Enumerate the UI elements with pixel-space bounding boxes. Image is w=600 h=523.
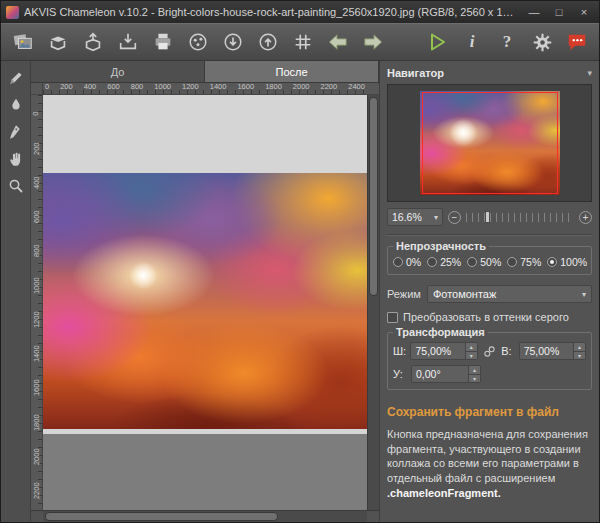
horizontal-scroll-thumb[interactable] (45, 512, 278, 521)
maximize-button[interactable]: □ (549, 4, 569, 20)
opacity-option-0[interactable]: 0% (393, 256, 421, 268)
undo-button[interactable] (323, 27, 353, 57)
spin-down-icon[interactable]: ▾ (574, 352, 585, 360)
radio-icon (427, 257, 437, 267)
print-button[interactable] (148, 27, 178, 57)
spin-down-icon[interactable]: ▾ (466, 352, 477, 360)
pen-tool-button[interactable] (4, 120, 28, 144)
grayscale-row[interactable]: Преобразовать в оттенки серого (387, 311, 592, 323)
spin-up-icon[interactable]: ▴ (574, 343, 585, 352)
main-toolbar: i ? (1, 23, 599, 61)
transformation-rows: Ш: 75,00% ▴▾ В: 75,00% ▴▾ (393, 342, 586, 383)
width-spin-buttons[interactable]: ▴▾ (465, 343, 477, 359)
brush-tool-button[interactable] (4, 66, 28, 90)
navigator-view-frame[interactable] (422, 92, 558, 194)
import-tray-icon (117, 31, 139, 53)
save-button[interactable] (78, 27, 108, 57)
canvas-column: До После 0200400600800100012001400160018… (31, 61, 379, 522)
horizontal-scrollbar[interactable] (43, 511, 367, 522)
navigator-collapse-icon[interactable]: ▾ (587, 68, 592, 78)
zoom-dropdown-arrow-icon: ▾ (434, 213, 438, 222)
spin-down-icon[interactable]: ▾ (469, 375, 480, 383)
hint-text: Кнопка предназначена для сохранения фраг… (387, 427, 592, 500)
feedback-button[interactable] (562, 27, 592, 57)
mode-label: Режим (387, 288, 421, 300)
radio-icon (507, 257, 517, 267)
hand-tool-button[interactable] (4, 147, 28, 171)
tab-after[interactable]: После (205, 61, 379, 82)
width-spinner[interactable]: 75,00% ▴▾ (410, 342, 477, 360)
back-arrow-icon (326, 31, 350, 53)
load-fragment-button[interactable] (218, 27, 248, 57)
grayscale-checkbox[interactable] (387, 312, 398, 323)
pen-icon (7, 123, 25, 141)
spin-up-icon[interactable]: ▴ (466, 343, 477, 352)
angle-spinner[interactable]: 0,00° ▴▾ (411, 365, 481, 383)
zoom-value: 16.6% (392, 211, 422, 223)
opacity-option-75[interactable]: 75% (507, 256, 541, 268)
tools-panel (1, 61, 31, 522)
share-button[interactable] (183, 27, 213, 57)
info-button[interactable]: i (457, 27, 487, 57)
import-button[interactable] (113, 27, 143, 57)
magnifier-icon (7, 177, 25, 195)
zoom-slider[interactable] (466, 211, 574, 223)
app-window: AKVIS Chameleon v.10.2 - Bright-colors-h… (0, 0, 600, 523)
height-spin-buttons[interactable]: ▴▾ (573, 343, 585, 359)
zoom-dropdown[interactable]: 16.6% ▾ (387, 208, 443, 226)
angle-spin-buttons[interactable]: ▴▾ (468, 366, 480, 382)
settings-button[interactable] (527, 27, 557, 57)
opacity-option-50[interactable]: 50% (467, 256, 501, 268)
radio-label: 50% (480, 256, 501, 268)
image-viewport[interactable] (43, 95, 367, 510)
grid-icon (292, 31, 314, 53)
height-label: В: (501, 345, 514, 357)
radio-label: 25% (440, 256, 461, 268)
save-fragment-button[interactable] (253, 27, 283, 57)
grid-button[interactable] (288, 27, 318, 57)
spin-up-icon[interactable]: ▴ (469, 366, 480, 375)
run-button[interactable] (422, 27, 452, 57)
result-image[interactable] (43, 173, 367, 429)
radio-label: 0% (406, 256, 421, 268)
opacity-option-25[interactable]: 25% (427, 256, 461, 268)
window-title: AKVIS Chameleon v.10.2 - Bright-colors-h… (24, 6, 519, 18)
height-spinner[interactable]: 75,00% ▴▾ (519, 342, 586, 360)
hand-icon (7, 150, 25, 168)
opacity-option-100[interactable]: 100% (547, 256, 587, 268)
zoom-out-button[interactable]: − (448, 211, 461, 224)
open-button[interactable] (43, 27, 73, 57)
drop-tool-button[interactable] (4, 93, 28, 117)
opacity-label: Непрозрачность (393, 240, 489, 252)
app-icon (6, 6, 19, 19)
vertical-scrollbar[interactable] (367, 95, 379, 510)
photos-stack-icon (11, 31, 35, 53)
app-logo (8, 27, 38, 57)
link-proportions-button[interactable] (482, 345, 497, 358)
panel-separator (387, 234, 592, 236)
navigator-thumbnail[interactable] (420, 91, 560, 195)
zoom-tool-button[interactable] (4, 174, 28, 198)
mode-dropdown[interactable]: Фотомонтаж ▾ (427, 285, 592, 303)
mode-value: Фотомонтаж (433, 288, 496, 300)
ruler-top: 0200400600800100012001400160018002000220… (43, 83, 367, 95)
mode-dropdown-arrow-icon: ▾ (582, 290, 586, 299)
zoom-in-button[interactable]: + (579, 211, 592, 224)
brush-icon (7, 69, 25, 87)
mode-row: Режим Фотомонтаж ▾ (387, 285, 592, 303)
zoom-slider-handle[interactable] (485, 211, 490, 223)
forward-arrow-icon (361, 31, 385, 53)
scroll-corner-right (367, 511, 379, 522)
navigator-title: Навигатор (387, 67, 444, 79)
main-area: До После 0200400600800100012001400160018… (1, 61, 599, 522)
navigator-header[interactable]: Навигатор ▾ (387, 65, 592, 81)
tab-before[interactable]: До (31, 61, 205, 82)
width-value: 75,00% (411, 343, 464, 359)
chat-bubble-icon (566, 31, 588, 53)
redo-button[interactable] (358, 27, 388, 57)
minimize-button[interactable]: — (524, 4, 544, 20)
help-button[interactable]: ? (492, 27, 522, 57)
vertical-scroll-thumb[interactable] (369, 97, 378, 296)
view-tabs: До После (31, 61, 379, 83)
close-button[interactable]: × (574, 4, 594, 20)
